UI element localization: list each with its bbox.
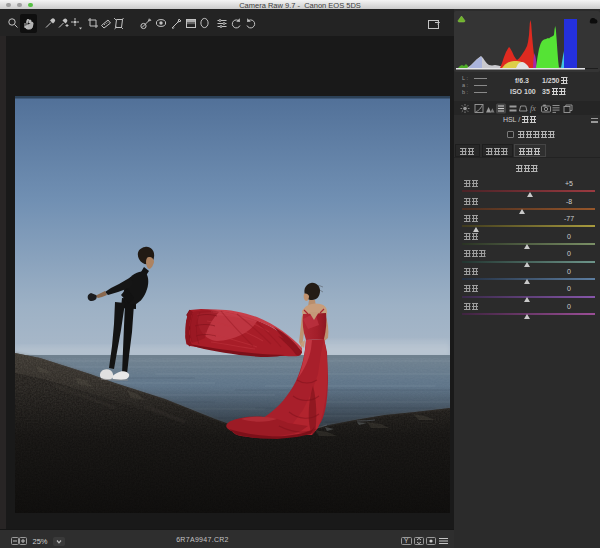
svg-text:Y: Y	[404, 537, 409, 544]
svg-text:fx: fx	[530, 104, 536, 113]
